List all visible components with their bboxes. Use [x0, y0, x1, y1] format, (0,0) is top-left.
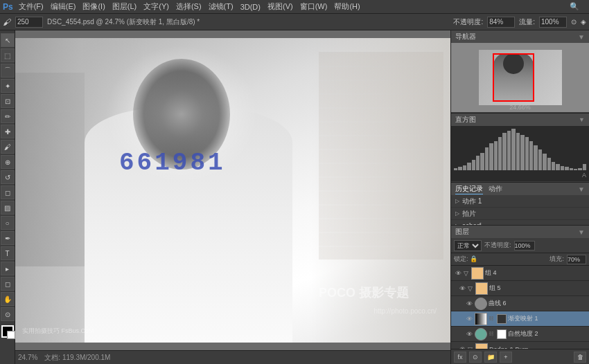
expand-icon-0: ▷	[455, 198, 459, 204]
mask-button[interactable]: ⊙	[469, 352, 482, 363]
expand-icon-1: ▷	[455, 210, 459, 217]
layer-eye-group5[interactable]: 👁	[458, 284, 466, 293]
text-tool[interactable]: T	[1, 246, 15, 260]
lasso-tool[interactable]: ⌒	[1, 64, 15, 78]
fill-value[interactable]: 70%	[567, 255, 586, 264]
menu-3d[interactable]: 3D(D)	[240, 3, 261, 11]
street-bg	[15, 73, 85, 266]
layer-thumb-vibrance2	[475, 328, 487, 340]
layers-panel: 图层 ▼ 正常 不透明度: 100% 锁定: 🔒 填充: 70% 👁 ▽	[451, 226, 589, 364]
expand-group5[interactable]: ▽	[468, 285, 473, 292]
layer-name-group4: 组 4	[485, 269, 586, 277]
layers-content: 👁 ▽ 组 4 👁 ▽ 组 5 👁 曲线 6	[451, 266, 589, 349]
histogram-label: A	[454, 170, 586, 179]
histogram-collapse[interactable]: ▼	[579, 116, 585, 123]
layer-eye-gradient1[interactable]: 👁	[465, 315, 473, 323]
move-tool[interactable]: ↖	[1, 33, 15, 47]
flow-input[interactable]: 100%	[539, 17, 567, 28]
tab-actions[interactable]: 动作	[489, 184, 502, 194]
menu-filter[interactable]: 滤镜(T)	[209, 1, 234, 12]
layer-mask-vibrance2	[497, 329, 507, 339]
layer-dodge-burn[interactable]: 👁 ▽ Dodge & Burn	[451, 342, 589, 349]
history-item-0[interactable]: ▷ 动作 1	[451, 195, 589, 208]
layer-gradient-map1[interactable]: 👁 ⛓ 渐变映射 1	[451, 311, 589, 327]
clone-tool[interactable]: ⊕	[1, 155, 15, 169]
menu-edit[interactable]: 编辑(E)	[51, 1, 76, 12]
layer-eye-vibrance2[interactable]: 👁	[465, 330, 473, 338]
hbar-21	[547, 158, 551, 170]
navigator-collapse[interactable]: ▼	[578, 33, 585, 41]
histogram-header: 直方图 ▼	[451, 113, 589, 126]
expand-group4[interactable]: ▽	[464, 270, 468, 277]
history-item-1[interactable]: ▷ 拍片	[451, 208, 589, 220]
dodge-tool[interactable]: ○	[1, 216, 15, 230]
chain-link-vibrance2: ⛓	[489, 331, 494, 337]
heal-tool[interactable]: ✚	[1, 125, 15, 138]
layer-group5[interactable]: 👁 ▽ 组 5	[451, 281, 589, 296]
brush-size-input[interactable]: 250	[15, 17, 43, 28]
layers-collapse[interactable]: ▼	[578, 228, 585, 236]
layer-vibrance2[interactable]: 👁 ⛓ 自然地度 2	[451, 327, 589, 342]
path-selection-tool[interactable]: ▸	[1, 262, 15, 275]
eraser-tool[interactable]: ◻	[1, 185, 15, 199]
hbar-1	[458, 167, 461, 170]
foreground-color[interactable]	[1, 325, 14, 338]
layer-curve6[interactable]: 👁 曲线 6	[451, 296, 589, 311]
histogram-A-label: A	[582, 172, 586, 179]
histogram-bars	[454, 129, 586, 170]
menu-image[interactable]: 图像(I)	[82, 1, 105, 12]
magic-wand-tool[interactable]: ✦	[1, 79, 15, 93]
menu-select[interactable]: 选择(S)	[176, 1, 202, 12]
layer-name-gradient1: 渐变映射 1	[508, 314, 586, 323]
navigator-header: 导航器 ▼	[451, 30, 589, 43]
hbar-14	[516, 133, 520, 170]
new-group-button[interactable]: 📁	[484, 352, 497, 363]
hand-tool[interactable]: ✋	[1, 292, 15, 306]
navigator-title: 导航器	[455, 32, 476, 42]
opacity-input[interactable]: 84%	[487, 17, 515, 28]
layer-thumb-group5	[475, 282, 488, 295]
hbar-25	[565, 167, 568, 170]
menu-layer[interactable]: 图层(L)	[112, 1, 137, 12]
layer-footer: fx ⊙ 📁 + 🗑	[451, 349, 589, 364]
gradient-tool[interactable]: ▨	[1, 201, 15, 215]
menu-file[interactable]: 文件(F)	[19, 1, 44, 12]
watermark-bottom: 实用拍摄技巧 FsBus.CoM	[22, 327, 94, 336]
zoom-tool[interactable]: ⊙	[1, 307, 15, 321]
menu-view[interactable]: 视图(V)	[267, 1, 293, 12]
layers-toolbar2: 锁定: 🔒 填充: 70%	[451, 253, 589, 266]
fx-button[interactable]: fx	[454, 352, 466, 363]
marquee-tool[interactable]: ⬚	[1, 48, 15, 62]
canvas[interactable]: 661981 POCO 摄影专题 http://photo.poco.cn/ 实…	[15, 38, 450, 343]
menu-help[interactable]: 帮助(H)	[334, 1, 360, 12]
menu-window[interactable]: 窗口(W)	[300, 1, 328, 12]
menu-text[interactable]: 文字(Y)	[143, 1, 169, 12]
history-collapse[interactable]: ▼	[578, 185, 585, 193]
histogram-panel: 直方图 ▼	[451, 113, 589, 183]
hbar-15	[520, 135, 524, 170]
history-label-0: 动作 1	[462, 197, 482, 206]
pen-tool[interactable]: ✒	[1, 231, 15, 245]
new-layer-button[interactable]: +	[500, 352, 512, 363]
crop-tool[interactable]: ⊡	[1, 94, 15, 108]
layer-eye-curve6[interactable]: 👁	[465, 300, 473, 308]
brick-wall	[319, 52, 443, 260]
history-brush-tool[interactable]: ↺	[1, 170, 15, 184]
hbar-24	[561, 166, 564, 170]
eyedropper-tool[interactable]: ✏	[1, 109, 15, 123]
opacity-value[interactable]: 100%	[514, 241, 535, 251]
nav-thumbnail	[479, 50, 562, 105]
hbar-23	[556, 164, 559, 170]
layer-eye-group4[interactable]: 👁	[454, 269, 462, 277]
delete-button[interactable]: 🗑	[574, 352, 586, 363]
layer-group4[interactable]: 👁 ▽ 组 4	[451, 266, 589, 281]
brush-tool[interactable]: 🖌	[1, 140, 15, 154]
tab-history[interactable]: 历史记录	[455, 184, 483, 194]
hbar-6	[480, 153, 484, 170]
shape-tool[interactable]: ◻	[1, 277, 15, 291]
right-panel: 导航器 ▼ 24.66% 直方图 ▼	[450, 30, 589, 364]
history-header: 历史记录 动作 ▼	[451, 183, 589, 195]
history-item-2[interactable]: ▷ scharf	[451, 220, 589, 225]
hbar-17	[529, 141, 533, 170]
blend-mode-select[interactable]: 正常	[454, 240, 482, 251]
